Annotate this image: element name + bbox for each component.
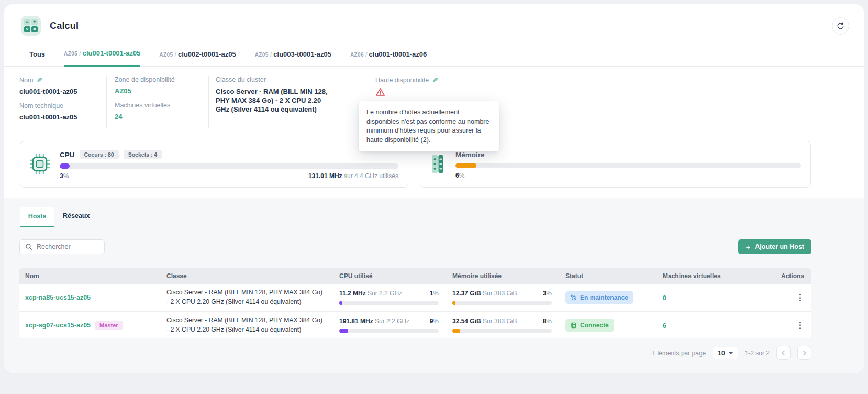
memory-progress-track xyxy=(455,163,801,168)
host-memory-meter: 12.37 GiB Sur 383 GiB3% xyxy=(452,290,565,305)
search-box[interactable] xyxy=(19,239,105,254)
tab-clu002-t0001-az05[interactable]: AZ05/clu002-t0001-az05 xyxy=(159,50,236,66)
tab-tous[interactable]: Tous xyxy=(29,50,45,66)
az-label: Zone de disponibilité xyxy=(115,76,208,83)
name-value: clu001-t0001-az05 xyxy=(19,87,106,95)
cpu-percent: 3% xyxy=(60,172,69,180)
ha-label: Haute disponibilité✎ xyxy=(375,76,864,84)
host-name-link[interactable]: xcp-sg07-ucs15-az05 xyxy=(25,322,91,329)
tab-clu001-t0001-az06[interactable]: AZ06/clu001-t0001-az06 xyxy=(350,50,427,66)
az-value: AZ05 xyxy=(115,87,208,95)
main-card: − + × = Calcul Tous AZ05/clu001-t0001-az… xyxy=(4,4,864,373)
page-range: 1-2 sur 2 xyxy=(745,349,770,357)
col-cpu: CPU utilisé xyxy=(339,272,452,280)
pagination: Eléments par page 10 1-2 sur 2 xyxy=(19,346,811,360)
cpu-usage-text: 131.01 MHz sur 4.4 GHz utilisés xyxy=(308,172,398,180)
cpu-cores-badge: Coeurs : 80 xyxy=(80,150,119,159)
cpu-sockets-badge: Sockets : 4 xyxy=(124,150,162,159)
items-per-page-label: Eléments par page xyxy=(653,349,706,357)
page-title: Calcul xyxy=(50,20,79,31)
refresh-button[interactable] xyxy=(832,17,849,35)
master-badge: Master xyxy=(95,321,122,330)
row-actions-menu[interactable] xyxy=(788,320,811,331)
col-nom: Nom xyxy=(25,272,166,280)
host-memory-meter: 32.54 GiB Sur 383 GiB8% xyxy=(452,318,565,333)
cpu-chip-icon xyxy=(29,153,51,177)
edit-name-icon[interactable]: ✎ xyxy=(37,76,42,84)
vm-count-value: 24 xyxy=(115,113,208,121)
host-class: Cisco Server - RAM (BILL MIN 128, PHY MA… xyxy=(166,316,339,334)
tab-clu001-t0001-az05[interactable]: AZ05/clu001-t0001-az05 xyxy=(64,49,140,67)
host-cpu-meter: 11.2 MHz Sur 2.2 GHz1% xyxy=(339,290,452,305)
maintenance-icon xyxy=(571,294,577,301)
hosts-toolbar: + Ajouter un Host xyxy=(19,239,811,254)
chevron-left-icon xyxy=(781,350,786,356)
table-row: xcp-sg07-ucs15-az05 Master Cisco Server … xyxy=(19,311,811,338)
hosts-section: Hosts Réseaux + Ajouter un Host Nom Clas… xyxy=(4,198,864,373)
page-size-select[interactable]: 10 xyxy=(713,347,738,359)
tab-clu003-t0001-az05[interactable]: AZ05/clu003-t0001-az05 xyxy=(255,50,331,66)
page-header: − + × = Calcul xyxy=(4,4,864,36)
col-memoire: Mémoire utilisée xyxy=(452,272,565,280)
calcul-app-icon: − + × = xyxy=(21,16,41,36)
tech-name-value: clu001-t0001-az05 xyxy=(19,113,106,121)
minus-icon: − xyxy=(24,19,30,25)
status-badge: En maintenance xyxy=(565,291,633,304)
tech-name-label: Nom technique xyxy=(19,102,106,110)
cluster-info: Nom✎ clu001-t0001-az05 Nom technique clu… xyxy=(4,67,864,136)
add-host-button[interactable]: + Ajouter un Host xyxy=(738,239,811,254)
host-class: Cisco Server - RAM (BILL MIN 128, PHY MA… xyxy=(166,288,339,307)
cpu-title: CPU xyxy=(60,151,75,159)
col-machines-virtuelles: Machines virtuelles xyxy=(663,272,781,280)
cpu-card: CPU Coeurs : 80 Sockets : 4 3% 131.01 MH… xyxy=(20,141,408,188)
memory-percent: 6% xyxy=(455,172,464,179)
tab-reseaux[interactable]: Réseaux xyxy=(63,206,90,227)
host-cpu-meter: 191.81 MHz Sur 2.2 GHz9% xyxy=(339,318,452,333)
cpu-progress-track xyxy=(60,163,398,169)
tab-hosts[interactable]: Hosts xyxy=(20,207,54,227)
cluster-class-label: Classe du cluster xyxy=(216,76,354,83)
edit-ha-icon[interactable]: ✎ xyxy=(432,76,438,84)
hosts-subtabs: Hosts Réseaux xyxy=(4,198,864,227)
memory-title: Mémoire xyxy=(455,151,485,159)
previous-page-button[interactable] xyxy=(776,346,791,360)
plus-icon: + xyxy=(745,243,750,251)
col-statut: Statut xyxy=(565,272,663,280)
equals-icon: = xyxy=(31,26,38,32)
search-input[interactable] xyxy=(37,243,94,250)
ram-icon xyxy=(429,154,447,177)
refresh-icon xyxy=(837,22,844,30)
warning-triangle-icon[interactable] xyxy=(375,87,864,98)
table-header: Nom Classe CPU utilisé Mémoire utilisée … xyxy=(19,268,811,284)
cluster-tabs: Tous AZ05/clu001-t0001-az05 AZ05/clu002-… xyxy=(4,36,864,67)
cluster-class-value: Cisco Server - RAM (BILL MIN 128, PHY MA… xyxy=(216,87,335,114)
row-actions-menu[interactable] xyxy=(788,292,811,303)
hosts-table: Nom Classe CPU utilisé Mémoire utilisée … xyxy=(19,268,811,338)
cpu-progress-fill xyxy=(60,163,70,169)
vm-count-link[interactable]: 6 xyxy=(663,322,666,330)
connected-icon xyxy=(571,322,577,329)
name-label: Nom✎ xyxy=(19,76,106,84)
table-row: xcp-na85-ucs15-az05 Cisco Server - RAM (… xyxy=(19,284,811,311)
host-memory-fill xyxy=(452,301,455,305)
vm-count-label: Machines virtuelles xyxy=(115,102,208,109)
host-cpu-fill xyxy=(339,301,342,305)
chevron-right-icon xyxy=(802,350,807,356)
host-name-link[interactable]: xcp-na85-ucs15-az05 xyxy=(25,294,91,301)
chevron-down-icon xyxy=(729,352,733,354)
status-badge: Connecté xyxy=(565,319,614,332)
multiply-icon: × xyxy=(24,26,30,32)
plus-icon: + xyxy=(31,19,38,25)
host-memory-fill xyxy=(452,329,460,333)
host-cpu-fill xyxy=(339,329,348,333)
col-actions: Actions xyxy=(781,272,811,280)
col-classe: Classe xyxy=(166,272,339,280)
vm-count-link[interactable]: 0 xyxy=(663,294,666,302)
memory-progress-fill xyxy=(455,163,476,168)
search-icon xyxy=(25,243,32,250)
ha-warning-tooltip: Le nombre d'hôtes actuellement disponibl… xyxy=(359,101,499,151)
next-page-button[interactable] xyxy=(797,346,811,360)
